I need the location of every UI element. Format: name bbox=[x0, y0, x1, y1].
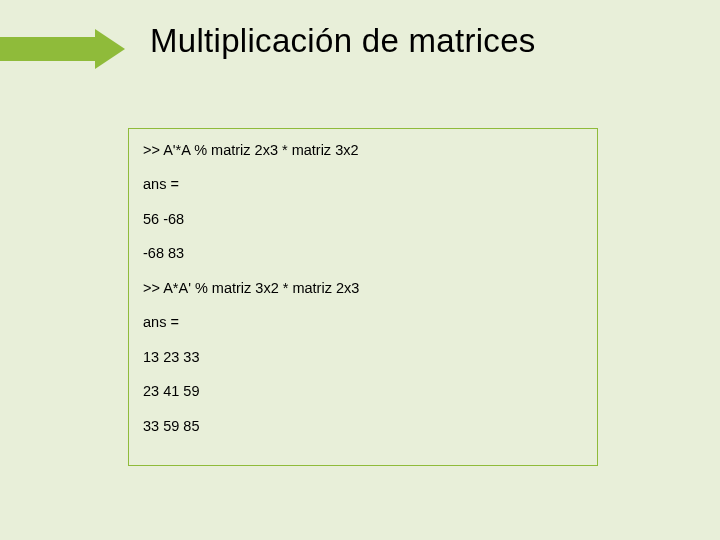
slide: Multiplicación de matrices >> A'*A % mat… bbox=[0, 0, 720, 540]
code-output-box: >> A'*A % matriz 2x3 * matriz 3x2 ans = … bbox=[128, 128, 598, 466]
arrow-head bbox=[95, 29, 125, 69]
code-line: ans = bbox=[143, 315, 583, 331]
code-line: ans = bbox=[143, 177, 583, 193]
code-line: 13 23 33 bbox=[143, 350, 583, 366]
code-line: -68 83 bbox=[143, 246, 583, 262]
title-arrow bbox=[0, 29, 125, 69]
code-line: 33 59 85 bbox=[143, 419, 583, 435]
slide-title: Multiplicación de matrices bbox=[150, 22, 536, 60]
arrow-body bbox=[0, 37, 95, 61]
code-line: >> A*A' % matriz 3x2 * matriz 2x3 bbox=[143, 281, 583, 297]
code-line: 56 -68 bbox=[143, 212, 583, 228]
code-line: 23 41 59 bbox=[143, 384, 583, 400]
code-line: >> A'*A % matriz 2x3 * matriz 3x2 bbox=[143, 143, 583, 159]
